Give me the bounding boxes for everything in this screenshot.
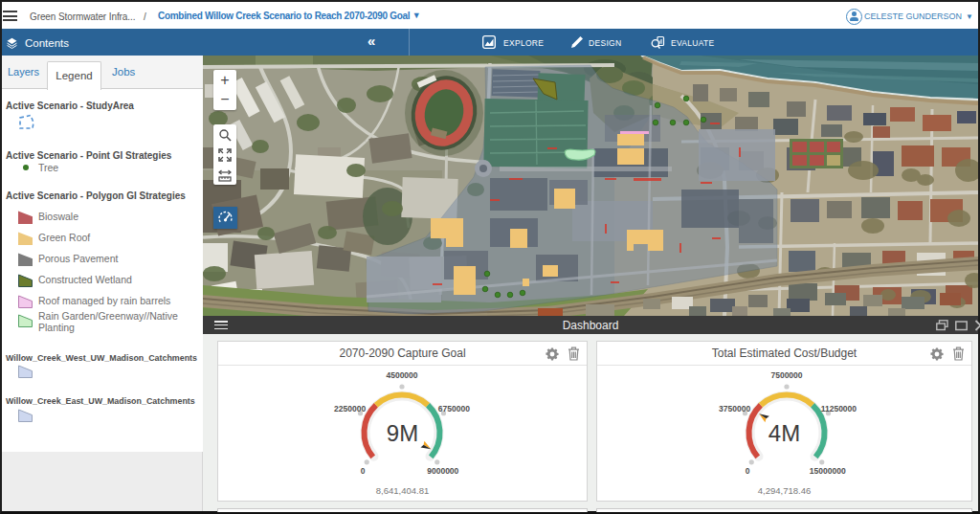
- svg-text:0: 0: [746, 466, 750, 476]
- svg-text:3750000: 3750000: [719, 404, 750, 413]
- svg-text:6750000: 6750000: [438, 404, 470, 413]
- svg-text:4500000: 4500000: [386, 370, 417, 380]
- svg-text:9000000: 9000000: [427, 466, 458, 476]
- svg-text:7500000: 7500000: [770, 370, 802, 380]
- svg-text:15000000: 15000000: [810, 466, 846, 476]
- svg-text:11250000: 11250000: [821, 404, 858, 413]
- svg-text:0: 0: [361, 466, 366, 476]
- svg-text:2250000: 2250000: [334, 404, 366, 413]
